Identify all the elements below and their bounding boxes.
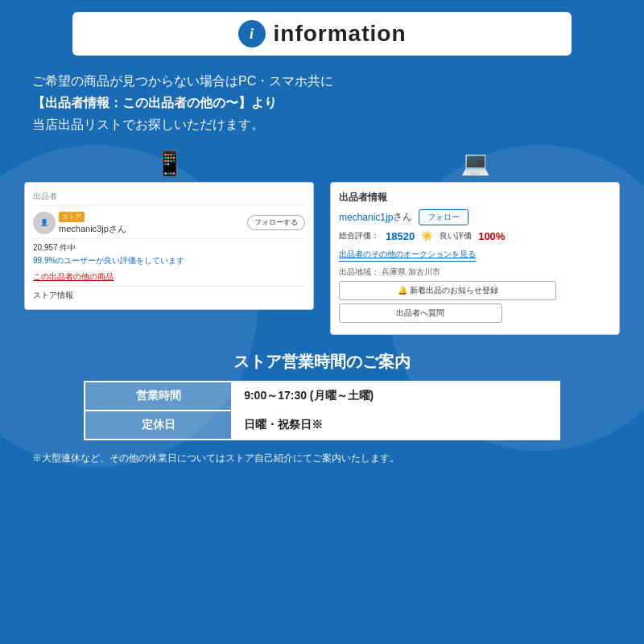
desc-line3: 当店出品リストでお探しいただけます。 [32, 114, 612, 135]
question-button[interactable]: 出品者へ質問 [339, 303, 502, 323]
hours-value-1: 9:00～17:30 (月曜～土曜) [232, 382, 559, 411]
auction-link[interactable]: 出品者のその他のオークションを見る [339, 249, 476, 262]
mobile-seller-link[interactable]: この出品者の他の商品 [33, 271, 305, 283]
mobile-device-icon: 📱 [155, 149, 184, 177]
info-title: information [274, 21, 407, 47]
desc-highlight: 【出品者情報：この出品者の他の〜】より [32, 96, 277, 109]
footnote: ※大型連休など、その他の休業日についてはストア自己紹介にてご案内いたします。 [24, 452, 620, 465]
rating-label: 総合評価： [339, 230, 379, 242]
store-section-title: ストア営業時間のご案内 [24, 351, 620, 373]
info-header-box: i information [72, 12, 572, 56]
hours-row-2: 定休日 日曜・祝祭日※ [85, 411, 559, 440]
hours-row-1: 営業時間 9:00～17:30 (月曜～土曜) [85, 382, 559, 411]
hours-label-1: 営業時間 [85, 382, 232, 411]
hours-label-2: 定休日 [85, 411, 232, 440]
store-hours-section: ストア営業時間のご案内 営業時間 9:00～17:30 (月曜～土曜) 定休日 … [24, 351, 620, 440]
screenshots-row: 📱 出品者 👤 ストア mechanic3jpさん フォローする 20,957 … [24, 149, 620, 335]
mobile-count: 20,957 件中 [33, 242, 305, 254]
good-label: 良い評価 [440, 230, 472, 242]
desktop-follow-button[interactable]: フォロー [419, 209, 469, 225]
mobile-seller-name: mechanic3jpさん [59, 224, 126, 233]
desktop-seller-san: さん [393, 210, 412, 224]
description-block: ご希望の商品が見つからない場合はPC・スマホ共に 【出品者情報：この出品者の他の… [24, 70, 620, 136]
store-badge: ストア [59, 212, 85, 222]
desktop-screenshot-wrapper: 💻 出品者情報 mechanic1jp さん フォロー 総合評価： 18520 … [330, 149, 620, 335]
desktop-header-text: 出品者情報 [339, 191, 611, 204]
location-value: 兵庫県 加古川市 [382, 267, 440, 276]
mobile-avatar: 👤 [33, 212, 56, 234]
mobile-name-block: ストア mechanic3jpさん [59, 211, 247, 235]
hours-value-2: 日曜・祝祭日※ [232, 411, 559, 440]
info-icon: i [238, 20, 266, 47]
location-label: 出品地域： [339, 267, 379, 276]
hours-table: 営業時間 9:00～17:30 (月曜～土曜) 定休日 日曜・祝祭日※ [84, 381, 560, 440]
rating-num: 18520 [386, 230, 415, 242]
notify-button[interactable]: 🔔 新着出品のお知らせ登録 [339, 281, 556, 300]
mobile-screenshot-box: 出品者 👤 ストア mechanic3jpさん フォローする 20,957 件中… [24, 182, 314, 310]
mobile-positive-rate: 99.9%のユーザーが良い評価をしています [33, 255, 305, 266]
location-text: 出品地域： 兵庫県 加古川市 [339, 266, 611, 278]
mobile-seller-row: 👤 ストア mechanic3jpさん フォローする [33, 211, 305, 235]
mobile-screenshot-wrapper: 📱 出品者 👤 ストア mechanic3jpさん フォローする 20,957 … [24, 149, 314, 310]
desktop-screenshot-box: 出品者情報 mechanic1jp さん フォロー 総合評価： 18520 ☀️… [330, 182, 620, 335]
desc-line1: ご希望の商品が見つからない場合はPC・スマホ共に [32, 70, 612, 92]
mobile-seller-label: 出品者 [33, 191, 305, 206]
desktop-device-icon: 💻 [460, 149, 490, 177]
desktop-seller-name: mechanic1jp [339, 212, 393, 223]
mobile-store-info: ストア情報 [33, 290, 305, 301]
desc-line2: 【出品者情報：この出品者の他の〜】より [32, 92, 612, 114]
rating-row: 総合評価： 18520 ☀️ 良い評価 100% [339, 230, 611, 242]
good-pct: 100% [478, 230, 505, 242]
mobile-follow-button[interactable]: フォローする [247, 215, 305, 230]
